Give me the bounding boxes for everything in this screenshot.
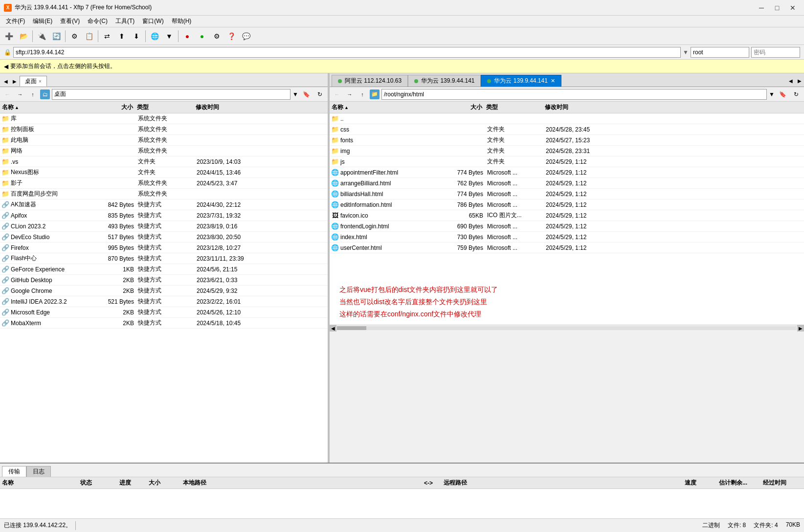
menu-tools[interactable]: 工具(T): [112, 16, 138, 26]
left-tab-close-btn[interactable]: ×: [39, 79, 42, 84]
remote-file-row[interactable]: 📁css文件夹2024/5/28, 23:45: [330, 124, 804, 135]
remote-file-row[interactable]: 📁..: [330, 113, 804, 124]
menu-window[interactable]: 窗口(W): [138, 16, 167, 26]
toolbar-settings-btn[interactable]: ⚙: [67, 29, 81, 43]
left-bookmark-btn[interactable]: 🔖: [300, 89, 312, 100]
remote-tab-aliyun[interactable]: 阿里云 112.124.10.63: [332, 75, 408, 87]
left-file-row[interactable]: 🔗MobaXterm2KB快捷方式2024/5/18, 10:45: [0, 318, 328, 329]
toolbar-transfer-btn[interactable]: ⇄: [100, 29, 114, 43]
tab-log[interactable]: 日志: [26, 466, 51, 477]
left-file-row[interactable]: 📁库系统文件夹: [0, 113, 328, 124]
remote-header-name[interactable]: 名称 ▲: [330, 103, 437, 111]
maximize-button[interactable]: □: [770, 2, 784, 14]
left-file-row[interactable]: 🔗GitHub Desktop2KB快捷方式2023/6/21, 0:33: [0, 275, 328, 286]
remote-path-input[interactable]: [381, 89, 767, 100]
left-path-input[interactable]: [52, 89, 290, 100]
remote-file-row[interactable]: 🌐arrangeBilliard.html762 BytesMicrosoft …: [330, 178, 804, 189]
minimize-button[interactable]: ─: [754, 2, 769, 14]
toolbar-globe-btn[interactable]: 🌐: [148, 29, 161, 43]
remote-file-row[interactable]: 📁js文件夹2024/5/29, 1:12: [330, 156, 804, 167]
left-file-row[interactable]: 🔗Firefox995 Bytes快捷方式2023/12/8, 10:27: [0, 243, 328, 253]
remote-file-row[interactable]: 🌐appointmentFilter.html774 BytesMicrosof…: [330, 167, 804, 178]
remote-file-row[interactable]: 🌐billiardsHall.html774 BytesMicrosoft ..…: [330, 189, 804, 200]
remote-path-back-btn[interactable]: ←: [332, 89, 342, 100]
left-header-date[interactable]: 修改时间: [196, 103, 328, 111]
remote-file-row[interactable]: 🌐editInformation.html786 BytesMicrosoft …: [330, 200, 804, 210]
remote-file-row[interactable]: 🌐frontendLogin.html690 BytesMicrosoft ..…: [330, 221, 804, 232]
toolbar-open-btn[interactable]: 📂: [17, 29, 30, 43]
left-file-row[interactable]: 🔗Google Chrome2KB快捷方式2024/5/29, 9:32: [0, 286, 328, 296]
remote-header-type[interactable]: 类型: [486, 103, 545, 111]
toolbar-chat-btn[interactable]: 💬: [239, 29, 253, 43]
remote-file-row[interactable]: 📁fonts文件夹2024/5/27, 15:23: [330, 135, 804, 146]
left-file-row[interactable]: 📁百度网盘同步空间系统文件夹: [0, 189, 328, 200]
remote-header-date[interactable]: 修改时间: [545, 103, 804, 111]
close-button[interactable]: ✕: [785, 2, 800, 14]
remote-file-row[interactable]: 🌐index.html730 BytesMicrosoft ...2024/5/…: [330, 232, 804, 243]
left-file-row[interactable]: 🔗CLion 2023.2493 Bytes快捷方式2023/8/19, 0:1…: [0, 221, 328, 232]
left-file-row[interactable]: 📁控制面板系统文件夹: [0, 124, 328, 135]
left-file-row[interactable]: 🔗Flash中心870 Bytes快捷方式2023/11/11, 23:39: [0, 253, 328, 264]
left-file-row[interactable]: 📁Nexus图标文件夹2024/4/15, 13:46: [0, 167, 328, 178]
toolbar-red-btn[interactable]: ●: [180, 29, 194, 43]
left-refresh-btn[interactable]: ↻: [314, 89, 326, 100]
remote-tab-huawei2[interactable]: 华为云 139.9.44.141 ✕: [481, 75, 561, 87]
connection-user-input[interactable]: [691, 47, 749, 58]
toolbar-download-btn[interactable]: ⬇: [130, 29, 143, 43]
toolbar-upload-btn[interactable]: ⬆: [115, 29, 129, 43]
left-path-back-btn[interactable]: ←: [2, 89, 13, 100]
left-header-name[interactable]: 名称 ▲: [0, 103, 93, 111]
remote-refresh-btn[interactable]: ↻: [790, 89, 802, 100]
connection-pass-input[interactable]: [751, 47, 800, 58]
left-header-size[interactable]: 大小: [93, 103, 137, 111]
menu-file[interactable]: 文件(F): [2, 16, 29, 26]
left-file-row[interactable]: 🔗IntelliJ IDEA 2022.3.2521 Bytes快捷方式2023…: [0, 296, 328, 307]
remote-header-size[interactable]: 大小: [437, 103, 486, 111]
left-tab-nav-next[interactable]: ▶: [11, 76, 19, 87]
remote-tab-nav-next[interactable]: ▶: [795, 75, 804, 87]
remote-file-list[interactable]: 📁..📁css文件夹2024/5/28, 23:45📁fonts文件夹2024/…: [330, 113, 804, 280]
left-file-row[interactable]: 📁.vs文件夹2023/10/9, 14:03: [0, 156, 328, 167]
toolbar-disconnect-btn[interactable]: 🔌: [35, 29, 48, 43]
left-file-row[interactable]: 🔗DevEco Studio517 Bytes快捷方式2023/8/30, 20…: [0, 232, 328, 243]
menu-command[interactable]: 命令(C): [84, 16, 112, 26]
file-size: 2KB: [94, 277, 138, 284]
left-tab-nav-prev[interactable]: ◀: [2, 76, 10, 87]
left-file-row[interactable]: 📁网络系统文件夹: [0, 146, 328, 156]
remote-hscroll-left[interactable]: ◀: [330, 325, 336, 332]
menu-help[interactable]: 帮助(H): [168, 16, 196, 26]
toolbar-gear2-btn[interactable]: ⚙: [210, 29, 223, 43]
remote-hscrollbar[interactable]: ◀ ▶: [330, 325, 804, 332]
connection-url-input[interactable]: [13, 47, 681, 58]
left-file-list[interactable]: 📁库系统文件夹📁控制面板系统文件夹📁此电脑系统文件夹📁网络系统文件夹📁.vs文件…: [0, 113, 328, 463]
toolbar-arrow-btn[interactable]: ▼: [162, 29, 176, 43]
remote-path-forward-btn[interactable]: →: [344, 89, 355, 100]
toolbar-session-btn[interactable]: 📋: [82, 29, 96, 43]
toolbar-green-btn[interactable]: ●: [195, 29, 209, 43]
left-file-row[interactable]: 🔗AK加速器842 Bytes快捷方式2024/4/30, 22:12: [0, 200, 328, 210]
tab-transfer[interactable]: 传输: [2, 466, 26, 477]
remote-file-row[interactable]: 🌐userCenter.html759 BytesMicrosoft ...20…: [330, 243, 804, 253]
menu-view[interactable]: 查看(V): [56, 16, 84, 26]
remote-file-row[interactable]: 🖼favicon.ico65KBICO 图片文...2024/5/29, 1:1…: [330, 210, 804, 221]
left-header-type[interactable]: 类型: [137, 103, 196, 111]
remote-tab-huawei1[interactable]: 华为云 139.9.44.141: [408, 75, 481, 87]
menu-edit[interactable]: 编辑(E): [29, 16, 56, 26]
remote-bookmark-btn[interactable]: 🔖: [777, 89, 788, 100]
remote-path-up-btn[interactable]: ↑: [357, 89, 368, 100]
remote-tab-close-btn[interactable]: ✕: [551, 78, 555, 84]
left-path-forward-btn[interactable]: →: [15, 89, 25, 100]
toolbar-new-btn[interactable]: ➕: [2, 29, 16, 43]
remote-file-row[interactable]: 📁img文件夹2024/5/28, 23:31: [330, 146, 804, 156]
remote-tab-nav-prev[interactable]: ◀: [786, 75, 795, 87]
left-file-row[interactable]: 📁此电脑系统文件夹: [0, 135, 328, 146]
left-path-up-btn[interactable]: ↑: [27, 89, 38, 100]
left-file-row[interactable]: 📁影子系统文件夹2024/5/23, 3:47: [0, 178, 328, 189]
toolbar-help-btn[interactable]: ❓: [224, 29, 238, 43]
left-tab-desktop[interactable]: 桌面 ×: [20, 76, 47, 87]
left-file-row[interactable]: 🔗Microsoft Edge2KB快捷方式2024/5/26, 12:10: [0, 307, 328, 318]
left-file-row[interactable]: 🔗Apifox835 Bytes快捷方式2023/7/31, 19:32: [0, 210, 328, 221]
left-file-row[interactable]: 🔗GeForce Experience1KB快捷方式2024/5/6, 21:1…: [0, 264, 328, 275]
remote-hscroll-right[interactable]: ▶: [797, 325, 804, 332]
toolbar-reconnect-btn[interactable]: 🔄: [49, 29, 63, 43]
